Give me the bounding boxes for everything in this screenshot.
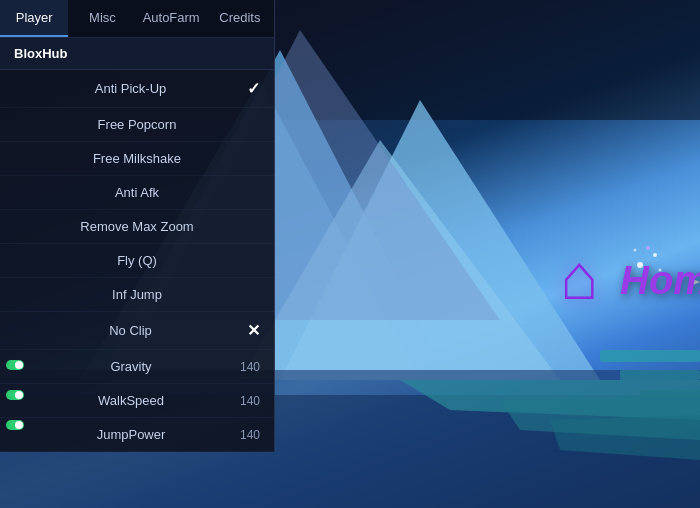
tab-credits[interactable]: Credits <box>206 0 274 37</box>
item-label-free-popcorn: Free Popcorn <box>14 117 260 132</box>
toggle-gravity[interactable] <box>6 360 24 370</box>
item-label-free-milkshake: Free Milkshake <box>14 151 260 166</box>
svg-rect-12 <box>620 370 700 380</box>
gravity-value: 140 <box>230 360 260 374</box>
item-label-no-clip: No Clip <box>14 323 247 338</box>
menu-item-anti-afk[interactable]: Anti Afk <box>0 176 274 210</box>
svg-point-18 <box>634 249 637 252</box>
tab-autofarm[interactable]: AutoFarm <box>137 0 206 37</box>
brand-label: BloxHub <box>0 38 274 70</box>
home-icon: ⌂ <box>560 240 599 314</box>
menu-item-free-milkshake[interactable]: Free Milkshake <box>0 142 274 176</box>
tab-misc[interactable]: Misc <box>68 0 136 37</box>
menu-item-free-popcorn[interactable]: Free Popcorn <box>0 108 274 142</box>
menu-item-remove-max-zoom[interactable]: Remove Max Zoom <box>0 210 274 244</box>
jumppower-value: 140 <box>230 428 260 442</box>
panel: Player Misc AutoFarm Credits BloxHub Ant… <box>0 0 275 452</box>
menu-item-walkspeed[interactable]: WalkSpeed 140 <box>0 384 274 418</box>
item-label-fly: Fly (Q) <box>14 253 260 268</box>
item-label-anti-afk: Anti Afk <box>14 185 260 200</box>
item-label-remove-max-zoom: Remove Max Zoom <box>14 219 260 234</box>
menu-item-no-clip[interactable]: No Clip ✕ <box>0 312 274 350</box>
tab-player[interactable]: Player <box>0 0 68 37</box>
svg-rect-11 <box>600 350 700 362</box>
menu-item-inf-jump[interactable]: Inf Jump <box>0 278 274 312</box>
toggle-walkspeed[interactable] <box>6 390 24 400</box>
menu-item-fly[interactable]: Fly (Q) <box>0 244 274 278</box>
menu-item-anti-pickup[interactable]: Anti Pick-Up ✓ <box>0 70 274 108</box>
tabs-container: Player Misc AutoFarm Credits <box>0 0 274 38</box>
x-icon-no-clip: ✕ <box>247 321 260 340</box>
item-label-walkspeed: WalkSpeed <box>32 393 230 408</box>
item-label-gravity: Gravity <box>32 359 230 374</box>
item-label-anti-pickup: Anti Pick-Up <box>14 81 247 96</box>
item-label-jumppower: JumpPower <box>32 427 230 442</box>
svg-rect-13 <box>640 390 700 398</box>
item-label-inf-jump: Inf Jump <box>14 287 260 302</box>
toggle-jumppower[interactable] <box>6 420 24 430</box>
menu-item-gravity[interactable]: Gravity 140 <box>0 350 274 384</box>
home-text: Hom <box>620 258 700 303</box>
svg-point-16 <box>646 246 650 250</box>
svg-point-15 <box>653 253 657 257</box>
check-icon-anti-pickup: ✓ <box>247 79 260 98</box>
menu-item-jumppower[interactable]: JumpPower 140 <box>0 418 274 452</box>
walkspeed-value: 140 <box>230 394 260 408</box>
